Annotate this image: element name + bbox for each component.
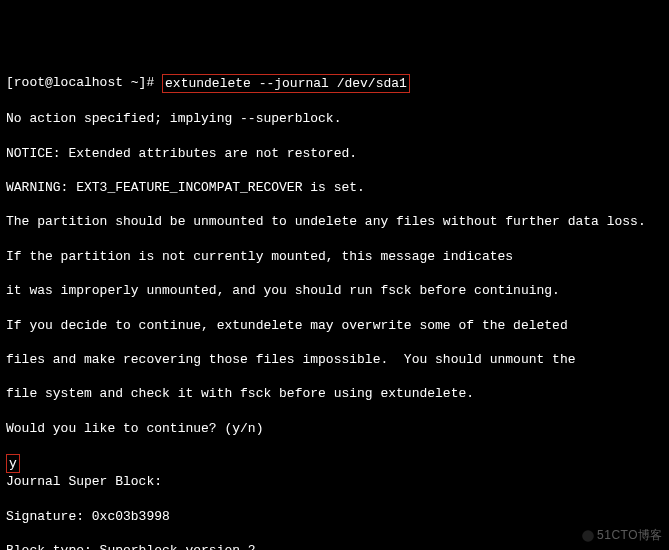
output-line: NOTICE: Extended attributes are not rest… bbox=[6, 145, 663, 162]
command-line: [root@localhost ~]# extundelete --journa… bbox=[6, 74, 663, 93]
output-line: The partition should be unmounted to und… bbox=[6, 213, 663, 230]
user-input[interactable]: y bbox=[6, 454, 20, 473]
output-line: it was improperly unmounted, and you sho… bbox=[6, 282, 663, 299]
output-line: If you decide to continue, extundelete m… bbox=[6, 317, 663, 334]
journal-line: Block type: Superblock version 2 bbox=[6, 542, 663, 550]
output-line: Would you like to continue? (y/n) bbox=[6, 420, 663, 437]
journal-line: Signature: 0xc03b3998 bbox=[6, 508, 663, 525]
watermark-icon bbox=[581, 529, 595, 543]
command-text: extundelete --journal /dev/sda1 bbox=[162, 74, 410, 93]
watermark-text: 51CTO博客 bbox=[597, 528, 663, 542]
output-line: WARNING: EXT3_FEATURE_INCOMPAT_RECOVER i… bbox=[6, 179, 663, 196]
output-line: files and make recovering those files im… bbox=[6, 351, 663, 368]
output-line: No action specified; implying --superblo… bbox=[6, 110, 663, 127]
output-line: file system and check it with fsck befor… bbox=[6, 385, 663, 402]
svg-point-0 bbox=[582, 530, 594, 542]
output-line: If the partition is not currently mounte… bbox=[6, 248, 663, 265]
watermark: 51CTO博客 bbox=[573, 510, 663, 544]
shell-prompt: [root@localhost ~]# bbox=[6, 74, 162, 93]
journal-line: Journal Super Block: bbox=[6, 473, 663, 490]
